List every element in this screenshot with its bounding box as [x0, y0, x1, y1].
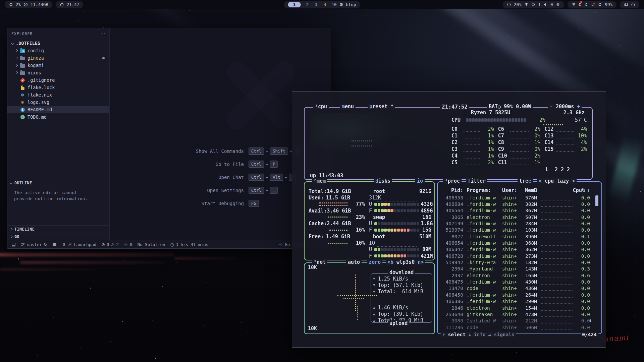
workspace-button[interactable]: 2 [306, 2, 310, 7]
process-row[interactable]: 406654 .ferdium-w shin+ 368M 0.0 [442, 240, 590, 246]
mouse-tray-icon[interactable] [591, 2, 595, 7]
worktime-item[interactable]: ◷ 3 hrs 41 mins [170, 242, 208, 247]
pid-column-header[interactable]: Pid: [442, 187, 463, 193]
process-row[interactable]: 406728 .ferdium-w shin+ 273M 0.0 [442, 253, 590, 259]
workspace-button[interactable]: 3 [314, 2, 318, 7]
solution-item[interactable]: No Solution [138, 242, 165, 247]
core-percent: 4% [577, 139, 587, 145]
clock: 21:47 [67, 2, 79, 7]
microphone-icon[interactable] [556, 2, 560, 7]
menu-button[interactable]: menu [340, 104, 356, 110]
process-row[interactable]: 406353 .ferdium-w shin+ 576M 0.0 [442, 194, 590, 201]
gauge-block [524, 118, 526, 122]
program-column-header[interactable]: Program: [467, 187, 500, 193]
scroll-down-icon[interactable]: ↓ [589, 317, 592, 323]
gauge-block [381, 209, 383, 212]
tweaks-item[interactable] [52, 242, 57, 247]
process-row[interactable]: 407199 .ferdium-w shin+ 284M 0.0 [442, 220, 590, 227]
tree-toggle[interactable]: tree [518, 178, 533, 184]
proc-header[interactable]: Pid: Program: User: MemB Cpu% ↑ [442, 187, 590, 193]
app-tray-icon[interactable]: C [579, 2, 581, 7]
power-icon[interactable] [631, 2, 635, 7]
workspace-button[interactable]: 1 [288, 2, 301, 7]
select-button[interactable]: select [447, 332, 467, 337]
core-name: C3 [451, 146, 464, 152]
gauge-block [378, 222, 380, 225]
gauge-block [381, 248, 383, 251]
disk-row: boot 510M [369, 233, 431, 240]
mem-column-header[interactable]: MemB [522, 187, 537, 193]
file-row[interactable]: flake.lock [7, 84, 109, 91]
file-row[interactable]: flake.nix [7, 91, 109, 99]
file-row[interactable]: logo.svg [7, 99, 109, 106]
project-root-row[interactable]: .DOTFILES [7, 40, 109, 47]
launchpad-item[interactable]: Launchpad [62, 242, 97, 247]
refresh-interval-control[interactable]: - 2000ms + [548, 104, 582, 110]
process-row[interactable]: 8077 .librewolf shin+ 896M 0.1 [442, 233, 590, 240]
sort-selector[interactable]: < cpu lazy > [537, 178, 577, 184]
process-row[interactable]: 111286 code shin+ 506M 0.0 [442, 324, 590, 330]
process-row[interactable]: 406684 .ferdium-w shin+ 382M 0.0 [442, 201, 590, 207]
git-branch-item[interactable]: master ↻ [21, 242, 47, 247]
cpu-column-header[interactable]: Cpu% [570, 187, 585, 193]
ports-item[interactable]: 0 [124, 242, 132, 247]
file-row[interactable]: kogami [7, 62, 109, 69]
process-mem: 264M [522, 292, 537, 298]
net-interface-switch[interactable]: <b wlp3s0 n> [386, 259, 425, 265]
process-row[interactable]: 406475 .ferdium-w shin+ 430M 0.0 [442, 279, 590, 285]
process-cpu: 0.0 [575, 208, 590, 213]
go-section-header[interactable]: GO [7, 233, 109, 240]
process-row[interactable]: 2437 electron shin+ 165M 0.6 [442, 272, 590, 279]
file-row[interactable]: .gitignore [7, 76, 109, 84]
info-button[interactable]: info [473, 332, 487, 337]
timeline-section-header[interactable]: TIMELINE [7, 225, 109, 233]
mem-percent: 16% [350, 227, 365, 233]
process-row[interactable]: 519942 .kitty-wra shin+ 182M 0.0 [442, 259, 590, 265]
process-row[interactable]: 406386 .ferdium-w shin+ 290M 0.0 [442, 298, 590, 305]
file-row[interactable]: config [7, 47, 109, 54]
clipboard-icon[interactable] [624, 2, 628, 7]
process-row[interactable]: 2846 electron shin+ 154M 0.0 [442, 305, 590, 311]
process-cpu: 0.0 [575, 318, 590, 323]
process-user: shin+ [502, 195, 522, 200]
gauge-block [374, 222, 377, 225]
process-row[interactable]: 406347 .ferdium-w shin+ 362M 0.0 [442, 246, 590, 253]
process-row[interactable]: 3065 electron shin+ 507M 0.0 [442, 214, 590, 220]
process-row[interactable]: 519974 .ferdium-w shin+ 103M 0.0 [442, 227, 590, 233]
disks-toggle[interactable]: disks [374, 178, 392, 184]
proc-scrollbar[interactable] [595, 195, 598, 206]
user-column-header[interactable]: User: [502, 187, 522, 193]
signals-button[interactable]: signals [493, 332, 516, 337]
file-row[interactable]: README.md [7, 106, 109, 113]
process-row[interactable]: 9080 Isolated W shin+ 212M 0.0 [442, 318, 590, 324]
filter-button[interactable]: filter [466, 178, 487, 184]
process-row[interactable]: 406450 .ferdium-w shin+ 264M 0.0 [442, 292, 590, 298]
process-row[interactable]: 406564 .ferdium-w shin+ 367M 0.0 [442, 207, 590, 214]
file-row[interactable]: ginoza [7, 54, 109, 62]
workspace-button[interactable]: 4 [323, 2, 327, 7]
process-row[interactable]: 13470 code shin+ 436M 0.0 [442, 285, 590, 292]
preset-button[interactable]: preset * [368, 104, 395, 110]
more-actions-icon[interactable]: ⋯ [100, 31, 105, 37]
remote-indicator[interactable] [11, 242, 16, 247]
select-down-icon[interactable]: ↓ [467, 332, 473, 337]
explorer-header: EXPLORER ⋯ [7, 28, 109, 40]
outline-section-header[interactable]: OUTLINE [7, 179, 109, 187]
speaker-icon[interactable] [543, 2, 548, 7]
file-row[interactable]: nixos [7, 69, 109, 76]
net-zero-toggle[interactable]: zero [367, 259, 382, 265]
io-toggle[interactable]: io [415, 178, 425, 184]
process-row[interactable]: 2364 .Hyprland- shin+ 143M 0.3 [442, 266, 590, 272]
mem-percent: 10% [350, 240, 365, 246]
workspace-button[interactable]: 10 [332, 2, 337, 7]
core-percent: 1% [530, 139, 540, 145]
problems-item[interactable]: ⊗ 0 ⚠ 2 [101, 242, 119, 247]
network-tray-icon[interactable] [572, 2, 576, 7]
core-meter [464, 136, 482, 138]
select-up-icon[interactable]: ↑ [441, 332, 447, 337]
gauge-block [410, 229, 413, 232]
net-auto-toggle[interactable]: auto [346, 259, 362, 265]
bluetooth-icon[interactable] [584, 2, 588, 7]
process-row[interactable]: 253640 gitkraken shin+ 473M 0.0 [442, 311, 590, 317]
file-row[interactable]: TODO.md [7, 113, 109, 121]
